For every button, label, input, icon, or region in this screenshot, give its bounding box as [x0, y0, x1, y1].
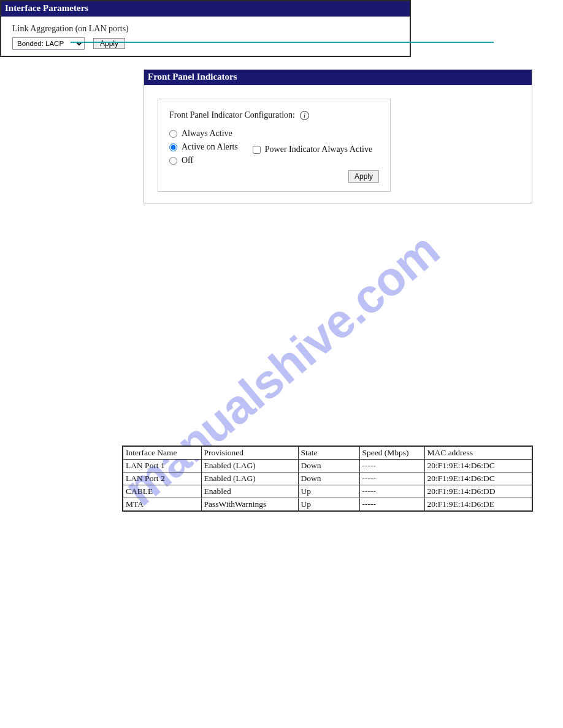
link-aggregation-label: Link Aggregation (on LAN ports): [12, 24, 410, 34]
cell-interface-name: MTA: [123, 498, 201, 512]
cell-mac: 20:F1:9E:14:D6:DC: [424, 472, 532, 485]
cell-mac: 20:F1:9E:14:D6:DC: [424, 460, 532, 472]
col-mac: MAC address: [424, 446, 532, 460]
cell-mac: 20:F1:9E:14:D6:DD: [424, 485, 532, 498]
col-state: State: [298, 446, 359, 460]
radio-off-label: Off: [182, 156, 193, 165]
radio-always-active[interactable]: Always Active: [169, 129, 238, 138]
cell-interface-name: LAN Port 2: [123, 472, 201, 485]
table-row: LAN Port 2 Enabled (LAG) Down ----- 20:F…: [123, 472, 532, 485]
apply-button-front-panel[interactable]: Apply: [348, 170, 379, 183]
panel-front-indicators: Front Panel Indicators Front Panel Indic…: [144, 69, 532, 203]
cell-speed: -----: [359, 472, 424, 485]
apply-button-link-aggregation[interactable]: Apply: [93, 38, 125, 49]
radio-always-active-input[interactable]: [169, 130, 177, 138]
cell-speed: -----: [359, 485, 424, 498]
cell-provisioned: Enabled: [201, 485, 298, 498]
col-provisioned: Provisioned: [201, 446, 298, 460]
radio-active-on-alerts-label: Active on Alerts: [182, 142, 238, 152]
cell-interface-name: CABLE: [123, 485, 201, 498]
table-header-row: Interface Name Provisioned State Speed (…: [123, 446, 532, 460]
config-label: Front Panel Indicator Configuration:: [169, 110, 295, 120]
col-speed: Speed (Mbps): [359, 446, 424, 460]
interface-table: Interface Name Provisioned State Speed (…: [122, 446, 533, 512]
panel-front-indicators-body: Front Panel Indicator Configuration: i A…: [144, 85, 532, 203]
check-power-indicator[interactable]: Power Indicator Always Active: [253, 145, 372, 154]
table-row: LAN Port 1 Enabled (LAG) Down ----- 20:F…: [123, 460, 532, 472]
cell-state: Up: [298, 498, 359, 512]
col-interface-name: Interface Name: [123, 446, 201, 460]
cell-provisioned: Enabled (LAG): [201, 472, 298, 485]
radio-off-input[interactable]: [169, 157, 177, 165]
panel-interface-parameters-body: Link Aggregation (on LAN ports) Bonded: …: [1, 17, 410, 56]
panel-front-indicators-title: Front Panel Indicators: [144, 70, 532, 85]
cell-speed: -----: [359, 498, 424, 512]
check-power-indicator-label: Power Indicator Always Active: [265, 145, 372, 154]
top-rule: [71, 42, 494, 43]
cell-interface-name: LAN Port 1: [123, 460, 201, 472]
info-icon[interactable]: i: [300, 111, 309, 120]
cell-state: Up: [298, 485, 359, 498]
apply-row: Apply: [169, 170, 379, 183]
table-row: CABLE Enabled Up ----- 20:F1:9E:14:D6:DD: [123, 485, 532, 498]
front-panel-config-box: Front Panel Indicator Configuration: i A…: [158, 99, 391, 192]
panel-interface-parameters-title: Interface Parameters: [1, 1, 410, 17]
radio-active-on-alerts-input[interactable]: [169, 143, 177, 151]
radio-always-active-label: Always Active: [182, 129, 232, 138]
cell-speed: -----: [359, 460, 424, 472]
link-aggregation-select[interactable]: Bonded: LACP: [12, 37, 85, 50]
options-row: Always Active Active on Alerts Off Power: [169, 129, 379, 165]
radio-active-on-alerts[interactable]: Active on Alerts: [169, 142, 238, 152]
link-aggregation-row: Bonded: LACP Apply: [12, 37, 410, 50]
table-row: MTA PassWithWarnings Up ----- 20:F1:9E:1…: [123, 498, 532, 512]
power-indicator-col: Power Indicator Always Active: [253, 129, 372, 154]
panel-interface-parameters: Interface Parameters Link Aggregation (o…: [0, 0, 411, 57]
cell-provisioned: PassWithWarnings: [201, 498, 298, 512]
check-power-indicator-input[interactable]: [253, 146, 261, 154]
cell-provisioned: Enabled (LAG): [201, 460, 298, 472]
cell-state: Down: [298, 460, 359, 472]
config-label-row: Front Panel Indicator Configuration: i: [169, 110, 379, 120]
cell-mac: 20:F1:9E:14:D6:DE: [424, 498, 532, 512]
cell-state: Down: [298, 472, 359, 485]
indicator-mode-radio-group: Always Active Active on Alerts Off: [169, 129, 238, 165]
radio-off[interactable]: Off: [169, 156, 238, 165]
